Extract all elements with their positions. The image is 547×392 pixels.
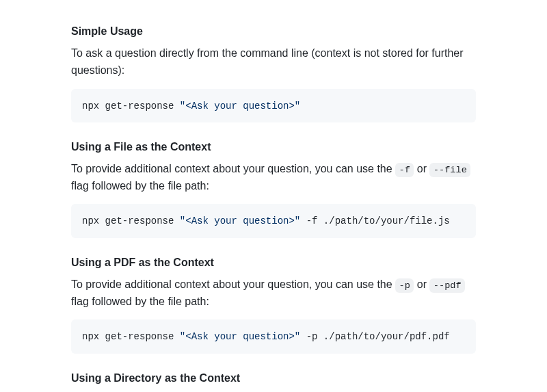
heading-file-context: Using a File as the Context (71, 139, 476, 155)
code-block-file-context: npx get-response "<Ask your question>" -… (71, 204, 476, 237)
paragraph-file-context: To provide additional context about your… (71, 161, 476, 195)
heading-directory-context: Using a Directory as the Context (71, 370, 476, 387)
code-block-simple-usage: npx get-response "<Ask your question>" (71, 89, 476, 122)
code-string: "<Ask your question>" (180, 101, 300, 112)
text: To ask a question directly from the comm… (71, 47, 464, 76)
code-prefix: npx get-response (82, 215, 180, 226)
code-block-pdf-context: npx get-response "<Ask your question>" -… (71, 319, 476, 353)
code-suffix: -p ./path/to/your/pdf.pdf (300, 331, 449, 342)
inline-code-f-flag: -f (395, 163, 414, 177)
code-prefix: npx get-response (82, 101, 180, 112)
code-string: "<Ask your question>" (180, 331, 300, 342)
inline-code-file-flag: --file (429, 163, 470, 177)
code-content: npx get-response "<Ask your question>" (82, 101, 300, 112)
text: To provide additional context about your… (71, 163, 395, 174)
text: flag followed by the file path: (71, 296, 209, 307)
inline-code-pdf-flag: --pdf (429, 278, 465, 292)
text: To provide additional context about your… (71, 278, 395, 290)
doc-container: Simple Usage To ask a question directly … (14, 0, 533, 392)
code-prefix: npx get-response (82, 331, 180, 342)
inline-code-p-flag: -p (395, 278, 414, 292)
text: or (414, 163, 429, 174)
code-string: "<Ask your question>" (180, 215, 300, 226)
paragraph-simple-usage: To ask a question directly from the comm… (71, 45, 476, 79)
code-suffix: -f ./path/to/your/file.js (300, 215, 449, 226)
heading-simple-usage: Simple Usage (71, 23, 476, 40)
text: or (414, 278, 429, 290)
code-content: npx get-response "<Ask your question>" -… (82, 215, 450, 226)
text: flag followed by the file path: (71, 180, 209, 192)
paragraph-pdf-context: To provide additional context about your… (71, 276, 476, 311)
heading-pdf-context: Using a PDF as the Context (71, 254, 476, 271)
code-content: npx get-response "<Ask your question>" -… (82, 331, 450, 342)
